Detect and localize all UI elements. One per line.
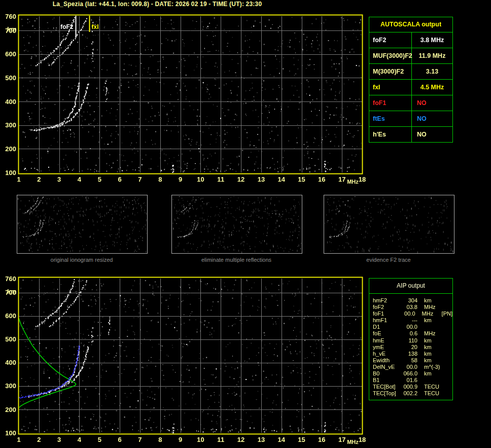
aip-output-table: AIP output hmF2304kmfoF203.8MHzfoF100.0M… [369, 278, 453, 400]
aip-name: h_vE [369, 351, 403, 357]
aip-val: 00.0 [403, 324, 417, 330]
aip-extra [443, 337, 452, 344]
aip-val: 00.0 [403, 364, 417, 370]
autoscala-value: NO [412, 115, 452, 122]
aip-val: 002.2 [403, 390, 417, 397]
aip-name: foE [369, 330, 403, 337]
autoscala-row-fxI: fxI4.5 MHz [369, 80, 452, 95]
autoscala-label: ftEs [369, 111, 412, 126]
autoscala-label: M(3000)F2 [369, 64, 412, 79]
aip-unit [417, 324, 443, 330]
aip-unit: km [417, 297, 443, 304]
aip-row-B1: B101.6 [369, 377, 452, 384]
aip-row-hmF1: hmF1---km [369, 317, 452, 324]
autoscala-value: NO [412, 99, 452, 107]
aip-row-B0: B0066.0km [369, 370, 452, 377]
aip-val: 066.0 [403, 370, 417, 377]
aip-row-foF1: foF100.0MHz[PN] [369, 311, 452, 317]
aip-name: foF1 [369, 311, 402, 317]
aip-unit: km [417, 351, 443, 357]
thumbnail-evidence-f2-trace [324, 195, 454, 254]
aip-extra [443, 390, 452, 397]
aip-unit: TECU [417, 384, 443, 390]
autoscala-label: MUF(3000)F2 [369, 48, 412, 63]
aip-extra [443, 357, 452, 364]
aip-unit [417, 377, 443, 384]
aip-row-h_vE: h_vE138km [369, 351, 452, 357]
aip-unit: km [417, 317, 443, 324]
bottom-ionogram-chart [0, 273, 380, 448]
aip-extra [443, 324, 452, 330]
aip-name: Ewidth [369, 357, 403, 364]
aip-table-title: AIP output [369, 279, 452, 294]
aip-row-TEC[Bot]: TEC[Bot]000.9TECU [369, 384, 452, 390]
aip-name: TEC[Top] [369, 390, 403, 397]
aip-unit: TECU [417, 390, 443, 397]
aip-unit: MHz [417, 304, 443, 311]
aip-unit: km [417, 370, 443, 377]
aip-unit: m^(-3) [417, 364, 443, 370]
aip-extra [443, 304, 452, 311]
aip-row-ymE: ymE20km [369, 344, 452, 351]
autoscala-row-foF1: foF1NO [369, 95, 452, 111]
aip-val: 138 [403, 351, 417, 357]
autoscala-table-rows: foF23.8 MHzMUF(3000)F211.9 MHzM(3000)F23… [369, 32, 452, 142]
aip-extra [443, 351, 452, 357]
aip-name: hmE [369, 337, 403, 344]
aip-unit: km [417, 344, 443, 351]
aip-val: 20 [403, 344, 417, 351]
thumbnail-eliminate-reflections [171, 195, 302, 254]
aip-extra [443, 377, 452, 384]
autoscala-value: 11.9 MHz [412, 52, 452, 59]
aip-extra [443, 297, 452, 304]
autoscala-label: fxI [369, 80, 412, 95]
aip-name: TEC[Bot] [369, 384, 403, 390]
aip-extra [443, 344, 452, 351]
aip-name: foF2 [369, 304, 403, 311]
thumbnail-caption-original: original ionogram resized [17, 257, 147, 263]
top-ionogram-chart [0, 13, 380, 191]
autoscala-label: foF2 [369, 32, 412, 48]
autoscala-value: 3.8 MHz [412, 37, 452, 44]
aip-unit: km [417, 337, 443, 344]
aip-name: DelN_vE [369, 364, 403, 370]
autoscala-row-h'Es: h'EsNO [369, 127, 452, 142]
aip-extra: [PN] [440, 311, 452, 317]
aip-name: B0 [369, 370, 403, 377]
aip-name: B1 [369, 377, 403, 384]
aip-val: 00.0 [402, 311, 415, 317]
aip-row-D1: D100.0 [369, 324, 452, 330]
autoscala-label: foF1 [369, 95, 412, 111]
aip-unit: MHz [417, 330, 443, 337]
autoscala-row-ftEs: ftEsNO [369, 111, 452, 127]
aip-row-foF2: foF203.8MHz [369, 304, 452, 311]
aip-extra [443, 364, 452, 370]
aip-row-DelN_vE: DelN_vE00.0m^(-3) [369, 364, 452, 370]
aip-val: 01.6 [403, 377, 417, 384]
aip-val: --- [403, 317, 417, 324]
aip-name: D1 [369, 324, 403, 330]
autoscala-value: 4.5 MHz [412, 84, 452, 91]
aip-val: 0.6 [403, 330, 417, 337]
aip-row-hmE: hmE110km [369, 337, 452, 344]
autoscala-row-M(3000)F2: M(3000)F23.13 [369, 64, 452, 80]
aip-name: hmF2 [369, 297, 403, 304]
aip-row-TEC[Top]: TEC[Top]002.2TECU [369, 390, 452, 397]
autoscala-row-MUF(3000)F2: MUF(3000)F211.9 MHz [369, 48, 452, 64]
thumbnail-caption-evidence: evidence F2 trace [324, 257, 453, 263]
aip-name: ymE [369, 344, 403, 351]
aip-row-foE: foE0.6MHz [369, 330, 452, 337]
aip-row-hmF2: hmF2304km [369, 297, 452, 304]
aip-val: 110 [403, 337, 417, 344]
thumbnail-original-ionogram [17, 195, 148, 254]
aip-table-rows: hmF2304kmfoF203.8MHzfoF100.0MHz[PN]hmF1-… [369, 294, 452, 400]
aip-val: 304 [403, 297, 417, 304]
autoscala-value: NO [412, 131, 452, 138]
aip-row-Ewidth: Ewidth58km [369, 357, 452, 364]
aip-extra [443, 370, 452, 377]
aip-extra [443, 317, 452, 324]
aip-val: 000.9 [403, 384, 417, 390]
aip-val: 03.8 [403, 304, 417, 311]
aip-unit: MHz [415, 311, 440, 317]
aip-extra [443, 330, 452, 337]
